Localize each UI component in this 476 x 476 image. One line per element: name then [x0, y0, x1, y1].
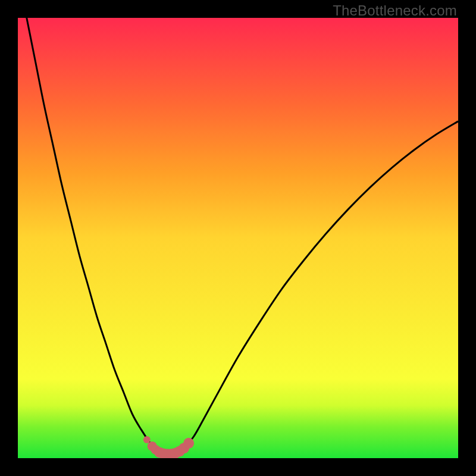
plot-area: [18, 18, 458, 458]
marker-dot: [183, 438, 194, 449]
marker-dot: [143, 436, 151, 443]
gradient-background: [18, 18, 458, 458]
watermark-text: TheBottleneck.com: [333, 2, 457, 19]
chart-svg: [18, 18, 458, 458]
outer-frame: TheBottleneck.com: [0, 0, 476, 476]
